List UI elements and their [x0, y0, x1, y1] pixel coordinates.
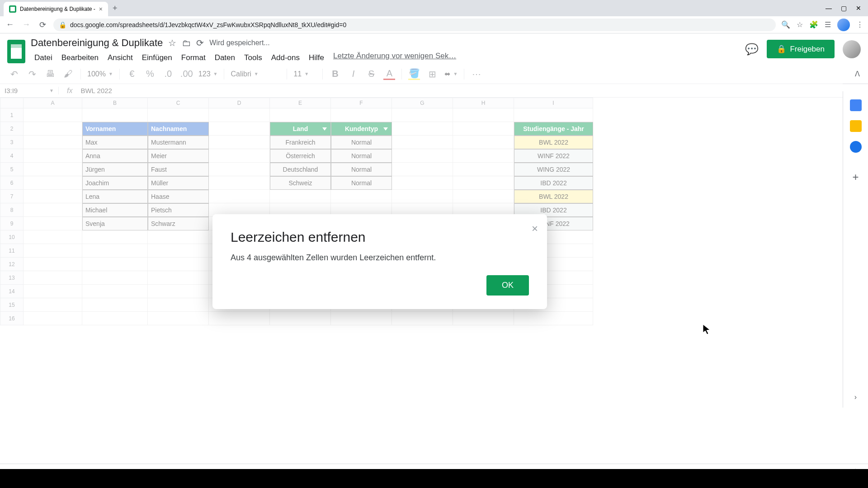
row-header-5[interactable]: 5 [0, 163, 24, 176]
maximize-button[interactable]: ▢ [841, 5, 847, 12]
profile-avatar[interactable] [837, 19, 850, 31]
cell-C2[interactable]: Nachnamen [148, 122, 209, 136]
italic-button[interactable]: I [347, 69, 359, 79]
text-color-button[interactable]: A [383, 68, 395, 80]
cell-B9[interactable]: Svenja [82, 217, 148, 230]
cell-C11[interactable] [148, 244, 209, 258]
cell-B10[interactable] [82, 230, 148, 244]
row-header-3[interactable]: 3 [0, 136, 24, 149]
column-header-H[interactable]: H [453, 98, 514, 108]
cell-B13[interactable] [82, 271, 148, 285]
cell-H2[interactable] [453, 122, 514, 136]
row-header-10[interactable]: 10 [0, 230, 24, 244]
cell-F5[interactable]: Normal [331, 163, 392, 176]
borders-button[interactable]: ⊞ [426, 69, 438, 80]
row-header-8[interactable]: 8 [0, 203, 24, 217]
formula-input[interactable]: BWL 2022 [80, 87, 112, 94]
browser-tab[interactable]: Datenbereinigung & Duplikate - × [4, 2, 108, 16]
menu-bearbeiten[interactable]: Bearbeiten [58, 52, 102, 64]
cell-B1[interactable] [82, 108, 148, 122]
zoom-icon[interactable]: 🔍 [781, 20, 790, 29]
url-field[interactable]: 🔒 docs.google.com/spreadsheets/d/1Jevzbk… [53, 19, 776, 31]
cell-A2[interactable] [24, 122, 82, 136]
increase-decimal-button[interactable]: .00 [180, 69, 192, 79]
minimize-button[interactable]: — [826, 5, 832, 12]
share-button[interactable]: 🔒 Freigeben [767, 40, 835, 58]
fill-color-button[interactable]: 🪣 [408, 68, 420, 80]
cell-A10[interactable] [24, 230, 82, 244]
font-size-select[interactable]: 11▼ [293, 70, 316, 78]
cell-F4[interactable]: Normal [331, 149, 392, 163]
cell-B4[interactable]: Anna [82, 149, 148, 163]
menu-ansicht[interactable]: Ansicht [104, 52, 137, 64]
comments-icon[interactable]: 💬 [745, 43, 759, 56]
cell-C13[interactable] [148, 271, 209, 285]
cell-A16[interactable] [24, 312, 82, 325]
cell-E5[interactable]: Deutschland [270, 163, 331, 176]
cell-A11[interactable] [24, 244, 82, 258]
cell-D6[interactable] [209, 176, 270, 190]
cell-D16[interactable] [209, 312, 270, 325]
cell-H1[interactable] [453, 108, 514, 122]
cell-H5[interactable] [453, 163, 514, 176]
cell-A6[interactable] [24, 176, 82, 190]
column-header-E[interactable]: E [270, 98, 331, 108]
column-header-I[interactable]: I [514, 98, 593, 108]
cell-A13[interactable] [24, 271, 82, 285]
cell-C8[interactable]: Pietsch [148, 203, 209, 217]
cell-D1[interactable] [209, 108, 270, 122]
cell-E4[interactable]: Österreich [270, 149, 331, 163]
row-header-16[interactable]: 16 [0, 312, 24, 325]
cell-G6[interactable] [392, 176, 453, 190]
cell-B6[interactable]: Joachim [82, 176, 148, 190]
cloud-sync-icon[interactable]: ⟳ [196, 38, 204, 48]
font-select[interactable]: Calibri▼ [231, 70, 280, 78]
cell-E7[interactable] [270, 190, 331, 203]
strikethrough-button[interactable]: S [365, 69, 377, 79]
cell-E1[interactable] [270, 108, 331, 122]
cell-I1[interactable] [514, 108, 593, 122]
cell-E2[interactable]: Land [270, 122, 331, 136]
menu-hilfe[interactable]: Hilfe [305, 52, 328, 64]
dialog-ok-button[interactable]: OK [486, 275, 529, 296]
account-avatar[interactable] [843, 40, 861, 58]
undo-button[interactable]: ↶ [8, 69, 20, 80]
new-tab-button[interactable]: + [108, 4, 122, 13]
column-header-C[interactable]: C [148, 98, 209, 108]
cell-B16[interactable] [82, 312, 148, 325]
back-button[interactable]: ← [5, 20, 15, 29]
menu-add-ons[interactable]: Add-ons [268, 52, 303, 64]
menu-datei[interactable]: Datei [31, 52, 56, 64]
cell-C12[interactable] [148, 258, 209, 271]
tasks-icon[interactable] [850, 141, 862, 153]
cell-I2[interactable]: Studiengänge - Jahr [514, 122, 593, 136]
select-all-corner[interactable] [0, 98, 24, 108]
column-header-A[interactable]: A [24, 98, 82, 108]
row-header-12[interactable]: 12 [0, 258, 24, 271]
cell-D3[interactable] [209, 136, 270, 149]
cell-F3[interactable]: Normal [331, 136, 392, 149]
side-panel-collapse-icon[interactable]: › [854, 393, 857, 401]
cell-H16[interactable] [453, 312, 514, 325]
reload-button[interactable]: ⟳ [37, 20, 48, 30]
cell-H3[interactable] [453, 136, 514, 149]
cell-D2[interactable] [209, 122, 270, 136]
cell-H4[interactable] [453, 149, 514, 163]
currency-button[interactable]: € [126, 69, 138, 79]
cell-G7[interactable] [392, 190, 453, 203]
filter-icon[interactable] [322, 127, 327, 131]
move-folder-icon[interactable]: 🗀 [182, 38, 191, 48]
row-header-15[interactable]: 15 [0, 298, 24, 312]
cell-A7[interactable] [24, 190, 82, 203]
decrease-decimal-button[interactable]: .0 [162, 69, 174, 79]
cell-C7[interactable]: Haase [148, 190, 209, 203]
collapse-toolbar-button[interactable]: ᐱ [855, 70, 860, 78]
cell-G16[interactable] [392, 312, 453, 325]
number-format-select[interactable]: 123▼ [198, 70, 218, 78]
star-icon[interactable]: ☆ [168, 38, 176, 48]
close-window-button[interactable]: ✕ [856, 5, 861, 12]
cell-I5[interactable]: WING 2022 [514, 163, 593, 176]
cell-C15[interactable] [148, 298, 209, 312]
cell-C3[interactable]: Mustermann [148, 136, 209, 149]
cell-A9[interactable] [24, 217, 82, 230]
